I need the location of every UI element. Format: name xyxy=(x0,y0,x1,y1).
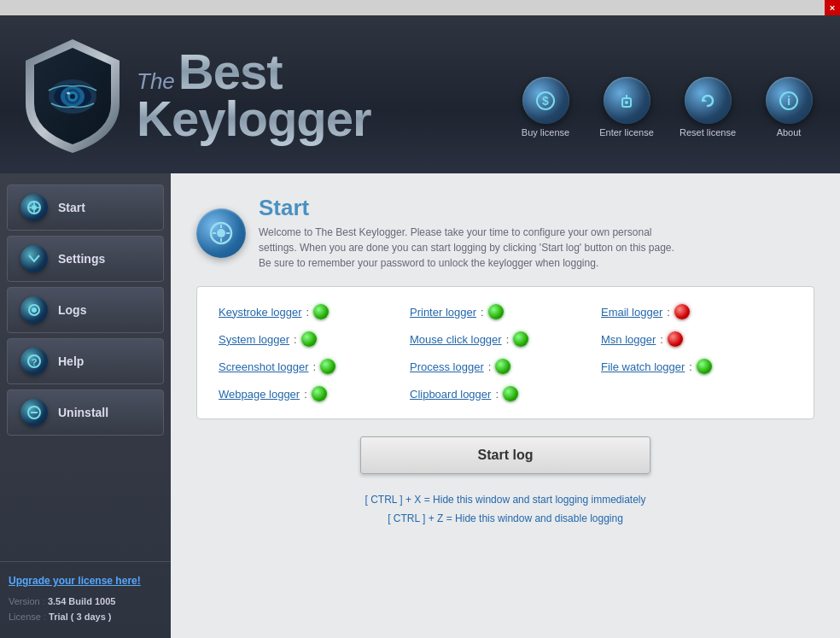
buy-license-icon: $ xyxy=(522,77,569,124)
sidebar-footer: Upgrade your license here! Version : 3.5… xyxy=(0,561,171,638)
printer-logger-status xyxy=(488,304,504,319)
license-label: License xyxy=(9,612,41,622)
version-value: 3.54 Build 1005 xyxy=(48,596,116,606)
reset-license-icon xyxy=(685,77,732,124)
page-header: Start Welcome to The Best Keylogger. Ple… xyxy=(196,195,814,271)
webpage-logger-status xyxy=(312,386,327,401)
mouse-click-logger-link[interactable]: Mouse click logger xyxy=(410,333,502,346)
logger-item: Screenshot logger : xyxy=(219,359,410,374)
msn-logger-link[interactable]: Msn logger xyxy=(601,333,656,346)
enter-license-button[interactable]: Enter license xyxy=(592,77,661,138)
sidebar-uninstall-label: Uninstall xyxy=(58,406,108,419)
shortcut-hints: [ CTRL ] + X = Hide this window and star… xyxy=(196,491,814,528)
sidebar-item-help[interactable]: ? Help xyxy=(7,338,164,384)
buy-license-button[interactable]: $ Buy license xyxy=(511,77,580,138)
sidebar-item-logs[interactable]: Logs xyxy=(7,287,164,333)
logger-row: System logger : Mouse click logger : Msn… xyxy=(219,331,792,347)
logger-item: Mouse click logger : xyxy=(410,331,601,347)
reset-license-button[interactable]: Reset license xyxy=(674,77,742,138)
logger-item: Printer logger : xyxy=(410,304,601,319)
start-icon xyxy=(20,194,48,221)
svg-point-6 xyxy=(67,91,70,94)
start-log-button[interactable]: Start log xyxy=(360,436,650,474)
webpage-logger-link[interactable]: Webpage logger xyxy=(219,388,300,401)
logo-shield xyxy=(17,35,128,155)
page-description: Welcome to The Best Keylogger. Please ta… xyxy=(259,225,685,271)
file-watch-logger-status xyxy=(697,359,712,374)
sidebar-item-uninstall[interactable]: Uninstall xyxy=(7,389,164,436)
logger-item: Webpage logger : xyxy=(219,386,410,401)
logger-row: Keystroke logger : Printer logger : Emai… xyxy=(219,304,792,319)
screenshot-logger-status xyxy=(320,359,335,374)
sidebar-logs-label: Logs xyxy=(58,303,86,317)
logger-item: Clipboard logger : xyxy=(410,386,601,401)
page-start-icon xyxy=(196,208,246,258)
enter-license-label: Enter license xyxy=(599,127,654,138)
app-title: The Best Keylogger xyxy=(137,43,371,147)
about-button[interactable]: i About xyxy=(755,77,823,138)
sidebar-item-start[interactable]: Start xyxy=(7,184,164,231)
sidebar-settings-label: Settings xyxy=(58,252,105,266)
header: The Best Keylogger $ Buy license xyxy=(0,15,840,173)
main-window: The Best Keylogger $ Buy license xyxy=(0,15,840,638)
logger-item: Msn logger : xyxy=(601,331,792,347)
uninstall-icon xyxy=(20,399,48,426)
svg-point-23 xyxy=(217,229,225,237)
body-area: Start Settings Logs xyxy=(0,173,840,638)
keystroke-logger-link[interactable]: Keystroke logger xyxy=(219,306,302,319)
email-logger-link[interactable]: Email logger xyxy=(601,306,662,319)
page-title-area: Start Welcome to The Best Keylogger. Ple… xyxy=(259,195,685,271)
svg-point-17 xyxy=(32,307,37,313)
svg-text:$: $ xyxy=(542,94,549,108)
version-info: Version : 3.54 Build 1005 License : Tria… xyxy=(9,594,162,625)
sidebar: Start Settings Logs xyxy=(0,173,171,638)
upgrade-link[interactable]: Upgrade your license here! xyxy=(9,575,162,587)
system-logger-status xyxy=(301,331,317,347)
logger-row: Screenshot logger : Process logger : Fil… xyxy=(219,359,792,374)
svg-text:i: i xyxy=(787,93,790,108)
logo-area: The Best Keylogger xyxy=(17,35,511,155)
sidebar-item-settings[interactable]: Settings xyxy=(7,236,164,282)
svg-point-5 xyxy=(70,94,75,99)
sidebar-start-label: Start xyxy=(58,201,85,214)
enter-license-icon xyxy=(604,77,650,124)
sidebar-help-label: Help xyxy=(58,354,84,368)
mouse-click-logger-status xyxy=(513,331,528,347)
screenshot-logger-link[interactable]: Screenshot logger xyxy=(219,360,309,373)
logs-icon xyxy=(20,296,48,324)
logger-row: Webpage logger : Clipboard logger : xyxy=(219,386,792,401)
logger-item: Email logger : xyxy=(601,304,792,319)
logger-item: File watch logger : xyxy=(601,359,792,374)
system-logger-link[interactable]: System logger xyxy=(219,333,289,346)
page-title: Start xyxy=(259,195,685,221)
logger-item: Process logger : xyxy=(410,359,601,374)
process-logger-status xyxy=(495,359,510,374)
help-icon: ? xyxy=(20,348,48,375)
process-logger-link[interactable]: Process logger xyxy=(410,360,484,373)
header-buttons: $ Buy license Enter license xyxy=(511,77,823,138)
close-button[interactable]: × xyxy=(825,0,840,15)
logger-item: System logger : xyxy=(219,331,410,347)
clipboard-logger-status xyxy=(503,386,518,401)
svg-point-15 xyxy=(32,205,37,210)
shortcut-hint-x: [ CTRL ] + X = Hide this window and star… xyxy=(196,491,814,510)
keystroke-logger-status xyxy=(313,304,329,319)
svg-text:?: ? xyxy=(32,357,38,367)
main-content: Start Welcome to The Best Keylogger. Ple… xyxy=(171,173,840,638)
logger-grid: Keystroke logger : Printer logger : Emai… xyxy=(196,286,814,419)
logger-item: Keystroke logger : xyxy=(219,304,410,319)
clipboard-logger-link[interactable]: Clipboard logger xyxy=(410,388,491,401)
file-watch-logger-link[interactable]: File watch logger xyxy=(601,360,685,373)
svg-point-10 xyxy=(625,101,628,104)
header-btn-row: $ Buy license Enter license xyxy=(511,77,823,138)
printer-logger-link[interactable]: Printer logger xyxy=(410,306,476,319)
about-label: About xyxy=(777,127,802,138)
reset-license-label: Reset license xyxy=(680,127,736,138)
license-value: Trial ( 3 days ) xyxy=(49,612,111,622)
version-label: Version xyxy=(9,596,40,606)
buy-license-label: Buy license xyxy=(522,127,569,138)
title-keylogger: Keylogger xyxy=(137,90,371,147)
shortcut-hint-z: [ CTRL ] + Z = Hide this window and disa… xyxy=(196,510,814,529)
msn-logger-status xyxy=(668,331,683,347)
about-icon: i xyxy=(766,77,813,124)
